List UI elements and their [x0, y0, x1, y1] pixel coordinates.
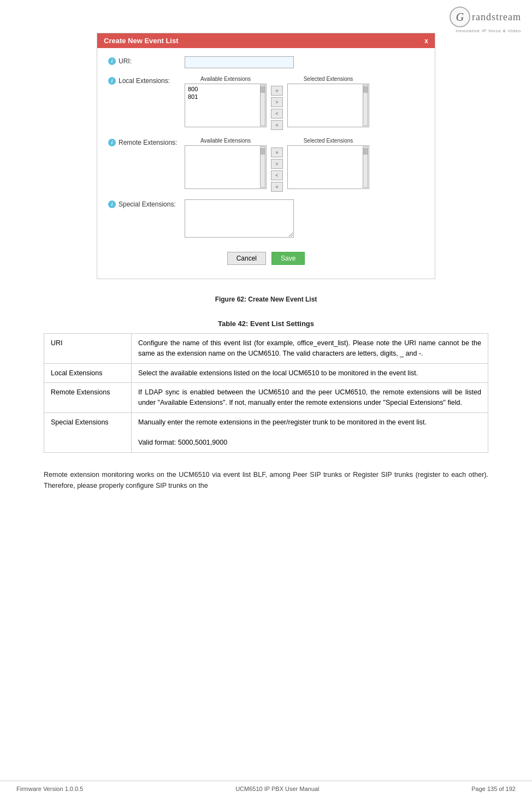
table-field-1: Local Extensions: [44, 363, 132, 383]
local-ext-remove-all-button[interactable]: «: [271, 120, 283, 130]
dialog-title: Create New Event List: [104, 37, 179, 45]
table-row: URIConfigure the name of this event list…: [44, 334, 488, 364]
logo-area: G randstream Innovative IP Voice & Video: [450, 7, 521, 33]
local-extensions-label: Local Extensions:: [119, 77, 170, 85]
local-extensions-label-group: i Local Extensions:: [108, 76, 185, 85]
remote-selected-box: Selected Extensions: [287, 138, 369, 189]
remote-extensions-label: Remote Extensions:: [119, 139, 177, 146]
remote-ext-info-icon[interactable]: i: [108, 139, 116, 146]
local-selected-box: Selected Extensions: [287, 76, 369, 127]
local-available-listbox[interactable]: 800 801: [185, 84, 267, 127]
uri-label: URI:: [119, 57, 132, 65]
special-ext-info-icon[interactable]: i: [108, 200, 116, 208]
cancel-button[interactable]: Cancel: [227, 252, 266, 265]
special-extensions-row: i Special Extensions:: [108, 199, 424, 238]
local-ext-800[interactable]: 800: [186, 85, 265, 93]
table-title: Table 42: Event List Settings: [44, 320, 488, 328]
remote-available-box: Available Extensions: [185, 138, 267, 189]
remote-selected-label: Selected Extensions: [304, 138, 353, 144]
local-ext-remove-button[interactable]: <: [271, 109, 283, 119]
local-available-label: Available Extensions: [200, 76, 251, 82]
local-selected-listbox[interactable]: [287, 84, 369, 127]
table-row: Special ExtensionsManually enter the rem…: [44, 412, 488, 452]
local-ext-801[interactable]: 801: [186, 93, 265, 101]
uri-input[interactable]: [185, 56, 294, 68]
remote-ext-remove-all-button[interactable]: «: [271, 182, 283, 192]
local-extensions-selector: Available Extensions 800 801 » > <: [185, 76, 424, 130]
local-ext-add-all-button[interactable]: »: [271, 86, 283, 96]
logo-tagline: Innovative IP Voice & Video: [456, 28, 521, 33]
uri-row: i URI:: [108, 56, 424, 68]
special-extensions-textarea[interactable]: [185, 199, 294, 238]
local-ext-add-button[interactable]: >: [271, 97, 283, 107]
remote-selected-listbox[interactable]: [287, 145, 369, 189]
table-row: Local ExtensionsSelect the available ext…: [44, 363, 488, 383]
special-extensions-label-group: i Special Extensions:: [108, 199, 185, 208]
figure-caption: Figure 62: Create New Event List: [44, 296, 488, 303]
special-extensions-label: Special Extensions:: [119, 200, 176, 208]
logo-name: randstream: [472, 11, 521, 23]
grandstream-logo: G randstream: [450, 7, 521, 27]
remote-ext-add-button[interactable]: >: [271, 159, 283, 169]
settings-table: URIConfigure the name of this event list…: [44, 333, 488, 453]
remote-extensions-selector: Available Extensions » > < «: [185, 138, 424, 192]
local-available-box: Available Extensions 800 801: [185, 76, 267, 127]
table-field-0: URI: [44, 334, 132, 364]
footer-firmware: Firmware Version 1.0.0.5: [16, 786, 83, 792]
dialog-body: i URI: i Local Extensions: Available Ext…: [97, 48, 435, 279]
uri-info-icon[interactable]: i: [108, 57, 116, 65]
local-ext-arrow-buttons: » > < «: [271, 76, 283, 130]
dialog-header: Create New Event List x: [97, 33, 435, 48]
footer-manual: UCM6510 IP PBX User Manual: [235, 786, 319, 792]
dialog-close-button[interactable]: x: [424, 37, 428, 45]
uri-label-group: i URI:: [108, 56, 185, 65]
table-row: Remote ExtensionsIf LDAP sync is enabled…: [44, 383, 488, 413]
table-field-2: Remote Extensions: [44, 383, 132, 413]
remote-ext-add-all-button[interactable]: »: [271, 147, 283, 157]
create-event-list-dialog: Create New Event List x i URI: i Local E…: [97, 33, 435, 279]
table-description-3: Manually enter the remote extensions in …: [132, 412, 488, 452]
remote-available-listbox[interactable]: [185, 145, 267, 189]
table-field-3: Special Extensions: [44, 412, 132, 452]
dialog-footer: Cancel Save: [108, 245, 424, 270]
remote-ext-arrow-buttons: » > < «: [271, 138, 283, 192]
body-text: Remote extension monitoring works on the…: [44, 469, 488, 491]
save-button[interactable]: Save: [271, 252, 305, 265]
remote-available-label: Available Extensions: [200, 138, 251, 144]
table-description-2: If LDAP sync is enabled between the UCM6…: [132, 383, 488, 413]
table-description-0: Configure the name of this event list (f…: [132, 334, 488, 364]
local-selected-label: Selected Extensions: [304, 76, 353, 82]
remote-extensions-label-group: i Remote Extensions:: [108, 138, 185, 146]
remote-ext-remove-button[interactable]: <: [271, 170, 283, 180]
remote-extensions-row: i Remote Extensions: Available Extension…: [108, 138, 424, 192]
page-footer: Firmware Version 1.0.0.5 UCM6510 IP PBX …: [0, 781, 532, 792]
local-ext-info-icon[interactable]: i: [108, 77, 116, 85]
table-description-1: Select the available extensions listed o…: [132, 363, 488, 383]
logo-g-letter: G: [450, 7, 470, 27]
local-extensions-row: i Local Extensions: Available Extensions…: [108, 76, 424, 130]
footer-page: Page 135 of 192: [471, 786, 516, 792]
